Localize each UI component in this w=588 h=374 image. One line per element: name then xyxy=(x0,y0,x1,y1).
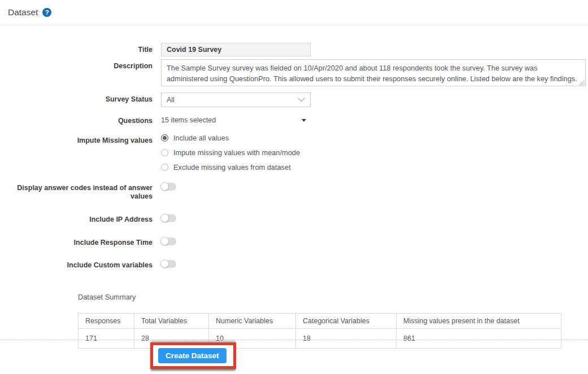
page-title: Dataset xyxy=(8,7,38,17)
dataset-page: Dataset ? Title Description The Sample S… xyxy=(0,0,588,374)
footer-divider xyxy=(0,340,588,340)
radio-option-label: Exclude missing values from dataset xyxy=(173,163,291,171)
chevron-down-icon xyxy=(298,98,305,102)
radio-selected-icon[interactable] xyxy=(161,134,168,142)
response-time-row: Include Response Time xyxy=(0,236,588,248)
response-time-toggle[interactable] xyxy=(161,237,176,245)
header-categorical-variables: Categorical Variables xyxy=(296,313,397,328)
cell-responses: 171 xyxy=(79,328,134,348)
custom-variables-toggle[interactable] xyxy=(161,260,176,268)
help-icon[interactable]: ? xyxy=(42,8,51,17)
toggle-knob xyxy=(160,182,169,191)
resize-handle-icon[interactable] xyxy=(579,80,585,85)
impute-label: Impute Missing values xyxy=(0,134,153,146)
dataset-form: Title Description The Sample Survey surv… xyxy=(0,43,588,270)
ip-address-label: Include IP Address xyxy=(0,213,153,225)
impute-radio-group: Include all values Impute missing values… xyxy=(161,134,586,171)
annotation-highlight-box: Create Dataset xyxy=(150,342,236,369)
ip-address-row: Include IP Address xyxy=(0,213,588,225)
header-numeric-variables: Numeric Variables xyxy=(209,313,296,328)
create-dataset-button[interactable]: Create Dataset xyxy=(158,348,227,363)
radio-option-include-all[interactable]: Include all values xyxy=(161,134,586,142)
custom-variables-label: Include Custom variables xyxy=(0,258,153,270)
survey-status-label: Survey Status xyxy=(0,93,153,104)
cell-missing-values: 861 xyxy=(397,328,561,348)
description-textarea[interactable]: The Sample Survey survey was fielded on … xyxy=(161,59,586,86)
toggle-knob xyxy=(160,259,169,268)
title-label: Title xyxy=(0,43,153,55)
header-missing-values: Missing values present in the dataset xyxy=(397,313,561,328)
custom-variables-row: Include Custom variables xyxy=(0,258,588,270)
description-label: Description xyxy=(0,59,153,71)
questions-row: Questions 15 items selected xyxy=(0,114,588,126)
radio-option-label: Impute missing values with mean/mode xyxy=(173,148,300,157)
response-time-label: Include Response Time xyxy=(0,236,153,248)
page-header: Dataset ? xyxy=(0,0,588,17)
caret-down-icon xyxy=(302,119,306,122)
toggle-knob xyxy=(160,237,169,245)
table-header-row: Responses Total Variables Numeric Variab… xyxy=(79,313,561,328)
cell-categorical-variables: 18 xyxy=(296,328,397,348)
questions-selected-value: 15 items selected xyxy=(161,116,216,124)
survey-status-row: Survey Status All xyxy=(0,93,588,107)
toggle-knob xyxy=(160,214,169,222)
impute-row: Impute Missing values Include all values… xyxy=(0,134,588,171)
answer-codes-row: Display answer codes instead of answer v… xyxy=(0,181,588,201)
description-row: Description The Sample Survey survey was… xyxy=(0,59,588,86)
ip-address-toggle[interactable] xyxy=(161,214,176,222)
radio-option-exclude-missing[interactable]: Exclude missing values from dataset xyxy=(161,163,586,171)
dataset-summary-label: Dataset Summary xyxy=(78,293,588,301)
radio-unselected-icon[interactable] xyxy=(161,149,168,156)
questions-label: Questions xyxy=(0,114,153,126)
header-total-variables: Total Variables xyxy=(134,313,209,328)
radio-unselected-icon[interactable] xyxy=(161,164,168,171)
title-row: Title xyxy=(0,43,588,56)
questions-multiselect[interactable]: 15 items selected xyxy=(161,114,306,124)
survey-status-value: All xyxy=(167,96,175,104)
radio-option-label: Include all values xyxy=(173,134,229,142)
header-responses: Responses xyxy=(79,313,134,328)
radio-option-impute-mean-mode[interactable]: Impute missing values with mean/mode xyxy=(161,148,586,157)
survey-status-select[interactable]: All xyxy=(161,93,311,107)
answer-codes-toggle[interactable] xyxy=(161,183,176,191)
answer-codes-label: Display answer codes instead of answer v… xyxy=(0,181,153,201)
title-input[interactable] xyxy=(161,43,311,56)
header-divider xyxy=(0,25,588,25)
